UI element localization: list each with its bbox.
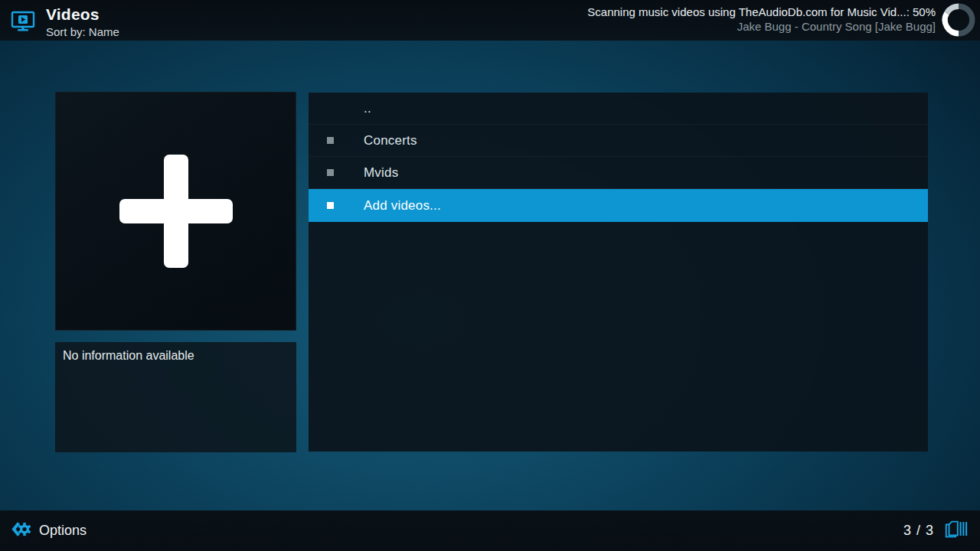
item-bullet-icon bbox=[327, 169, 334, 176]
list-item-label: .. bbox=[364, 101, 371, 116]
list-item-concerts[interactable]: Concerts bbox=[309, 125, 928, 157]
header-left: Videos Sort by: Name bbox=[11, 5, 119, 39]
list-item-label: Add videos... bbox=[364, 198, 441, 214]
top-bar: Videos Sort by: Name Scanning music vide… bbox=[0, 0, 980, 41]
list-item-label: Mvids bbox=[364, 165, 398, 181]
busy-spinner-icon bbox=[941, 2, 976, 41]
list-item-add-videos[interactable]: Add videos... bbox=[309, 189, 928, 222]
item-count-pages-icon bbox=[943, 519, 968, 543]
scan-status: Scanning music videos using TheAudioDb.c… bbox=[587, 5, 936, 34]
options-label: Options bbox=[39, 523, 87, 539]
title-block: Videos Sort by: Name bbox=[46, 5, 119, 39]
item-bullet-icon bbox=[327, 137, 334, 144]
item-bullet-icon bbox=[327, 202, 334, 209]
scan-status-text: Scanning music videos using TheAudioDb.c… bbox=[587, 5, 936, 19]
scan-current-item: Jake Bugg - Country Song [Jake Bugg] bbox=[587, 20, 936, 34]
bottom-bar: Options 3 / 3 bbox=[0, 510, 980, 551]
list-item-label: Concerts bbox=[364, 133, 417, 148]
file-list: .. Concerts Mvids Add videos... bbox=[309, 93, 928, 452]
list-item-parent-dir[interactable]: .. bbox=[309, 93, 928, 125]
info-panel: No information available bbox=[55, 342, 296, 452]
list-item-mvids[interactable]: Mvids bbox=[309, 157, 928, 189]
videos-tv-icon bbox=[11, 11, 35, 37]
options-button[interactable]: Options bbox=[11, 510, 87, 551]
position-indicator: 3 / 3 bbox=[903, 523, 934, 539]
options-gear-icon bbox=[11, 519, 31, 543]
add-source-plus-icon bbox=[119, 155, 233, 268]
sort-by-label[interactable]: Sort by: Name bbox=[46, 24, 119, 39]
page-title: Videos bbox=[46, 5, 119, 24]
focused-item-thumbnail bbox=[55, 92, 296, 331]
info-text: No information available bbox=[63, 349, 289, 363]
page-position: 3 / 3 bbox=[903, 510, 968, 551]
